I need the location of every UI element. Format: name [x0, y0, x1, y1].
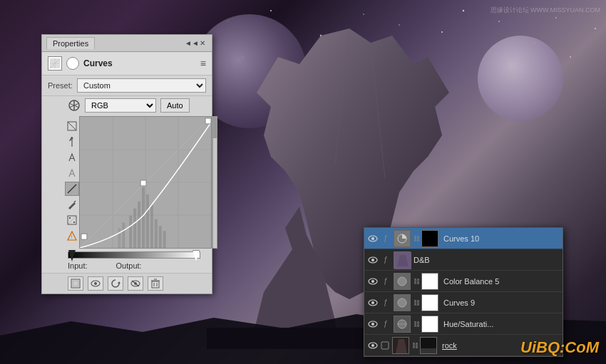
svg-point-14 — [595, 28, 596, 29]
panel-header: Curves ≡ — [42, 52, 212, 76]
collapse-button[interactable]: ◄◄ — [185, 39, 195, 47]
output-label: Output: — [116, 261, 142, 270]
layer-mask-thumb — [421, 230, 438, 247]
svg-point-82 — [371, 259, 374, 261]
svg-rect-57 — [155, 219, 158, 248]
svg-point-96 — [371, 344, 374, 347]
svg-point-68 — [94, 282, 97, 285]
sample-tool-button[interactable] — [65, 119, 79, 133]
layer-chain-icon: ⛓ — [414, 230, 419, 247]
channel-select[interactable]: RGB — [85, 98, 156, 113]
panel-controls: ◄◄ ✕ — [185, 39, 207, 47]
properties-panel: Properties ◄◄ ✕ Curves ≡ Preset: Custom — [41, 34, 212, 294]
preset-select[interactable]: Custom — [77, 78, 206, 93]
bottom-toolbar — [42, 273, 212, 293]
layer-link-icon: ƒ — [381, 276, 391, 286]
curves-graph-wrapper — [79, 116, 212, 249]
curve-anchor-button[interactable] — [65, 182, 79, 196]
panel-section-title: Curves — [83, 58, 113, 68]
clipping-warning-button[interactable]: ! — [65, 229, 79, 243]
svg-rect-52 — [133, 209, 136, 248]
reset-button[interactable] — [108, 276, 123, 291]
panel-titlebar: Properties ◄◄ ✕ — [42, 35, 212, 52]
layer-chain-icon: ⛓ — [414, 273, 419, 290]
svg-point-6 — [555, 17, 557, 19]
layer-row[interactable]: ƒ ⛓ Curves 10 — [364, 228, 563, 249]
layer-chain-icon: ⛓ — [414, 316, 419, 333]
svg-rect-73 — [152, 281, 159, 288]
layer-link-icon: ƒ — [381, 255, 391, 265]
preset-row: Preset: Custom — [42, 76, 212, 96]
layer-link-icon: ƒ — [381, 298, 391, 308]
input-output-row: Input: Output: — [42, 260, 212, 273]
svg-rect-61 — [118, 228, 120, 248]
gray-point-button[interactable] — [65, 166, 79, 180]
layer-mask-thumb — [421, 294, 438, 311]
svg-point-8 — [270, 10, 272, 11]
layer-row[interactable]: ƒ D&B — [364, 249, 563, 271]
svg-point-79 — [371, 237, 374, 240]
svg-rect-51 — [129, 215, 132, 248]
layer-mask-thumb — [421, 316, 438, 333]
layer-mask-black — [420, 337, 437, 354]
svg-rect-60 — [122, 222, 125, 248]
on-image-icon[interactable] — [68, 100, 81, 111]
layer-name: D&B — [414, 256, 560, 264]
layer-mask-thumb — [421, 273, 438, 290]
preset-label: Preset: — [48, 81, 73, 90]
svg-point-12 — [463, 10, 464, 11]
input-label: Input: — [68, 261, 88, 270]
curves-graph[interactable] — [79, 116, 212, 249]
channel-row: RGB Auto — [42, 96, 212, 115]
svg-rect-39 — [69, 217, 71, 219]
svg-rect-58 — [159, 226, 162, 248]
layer-row[interactable]: ƒ ⛓ Color Balance 5 — [364, 271, 563, 292]
layer-visibility-eye[interactable] — [367, 297, 379, 308]
svg-rect-55 — [146, 194, 149, 248]
svg-point-86 — [371, 280, 374, 283]
layer-row[interactable]: ƒ ⛓ Curves 9 — [364, 292, 563, 313]
layer-image-thumb — [392, 337, 409, 354]
layer-name: Curves 9 — [443, 298, 560, 307]
svg-rect-56 — [150, 205, 153, 248]
layer-name: Hue/Saturati... — [443, 320, 560, 328]
curves-adjustment-icon — [48, 56, 62, 71]
svg-rect-63 — [140, 180, 146, 186]
pencil-draw-button[interactable] — [65, 197, 79, 212]
layer-visibility-eye[interactable] — [367, 276, 379, 287]
black-point-button[interactable] — [65, 150, 79, 165]
svg-rect-54 — [142, 187, 145, 248]
close-button[interactable]: ✕ — [197, 39, 207, 47]
layer-visibility-eye[interactable] — [367, 318, 379, 330]
layer-visibility-eye[interactable] — [367, 254, 379, 266]
svg-point-33 — [71, 137, 73, 140]
layer-adjustment-thumb — [394, 316, 411, 333]
svg-point-90 — [398, 298, 406, 307]
smooth-button[interactable] — [65, 213, 79, 227]
auto-button[interactable]: Auto — [160, 98, 190, 113]
view-button[interactable] — [88, 276, 103, 291]
watermark: 思缘设计论坛 WWW.MISSYUAN.COM — [491, 6, 601, 15]
white-point-button[interactable] — [65, 135, 79, 149]
svg-rect-64 — [205, 118, 211, 124]
clip-to-layer-button[interactable] — [68, 276, 83, 291]
layers-panel: ƒ ⛓ Curves 10 ƒ D&B — [364, 227, 563, 357]
svg-line-36 — [74, 201, 76, 202]
svg-text:!: ! — [71, 234, 73, 239]
layer-chain-icon: ⛓ — [414, 294, 419, 311]
curves-scrollbar[interactable] — [212, 116, 217, 249]
svg-point-87 — [398, 277, 406, 286]
layer-visibility-eye[interactable] — [367, 340, 379, 351]
svg-rect-66 — [73, 281, 78, 286]
svg-line-32 — [68, 122, 76, 130]
delete-layer-button[interactable] — [148, 276, 163, 291]
properties-tab[interactable]: Properties — [46, 37, 95, 49]
layer-visibility-eye[interactable] — [367, 233, 379, 244]
layer-link-icon: ƒ — [381, 234, 391, 244]
panel-menu-button[interactable]: ≡ — [200, 58, 206, 69]
gradient-slider[interactable] — [68, 251, 200, 259]
curves-area: ! — [42, 115, 212, 250]
toggle-visibility-button[interactable] — [128, 276, 143, 291]
layer-row[interactable]: ƒ ⛓ Hue/Saturati... — [364, 313, 563, 335]
layer-adjustment-thumb — [394, 294, 411, 311]
